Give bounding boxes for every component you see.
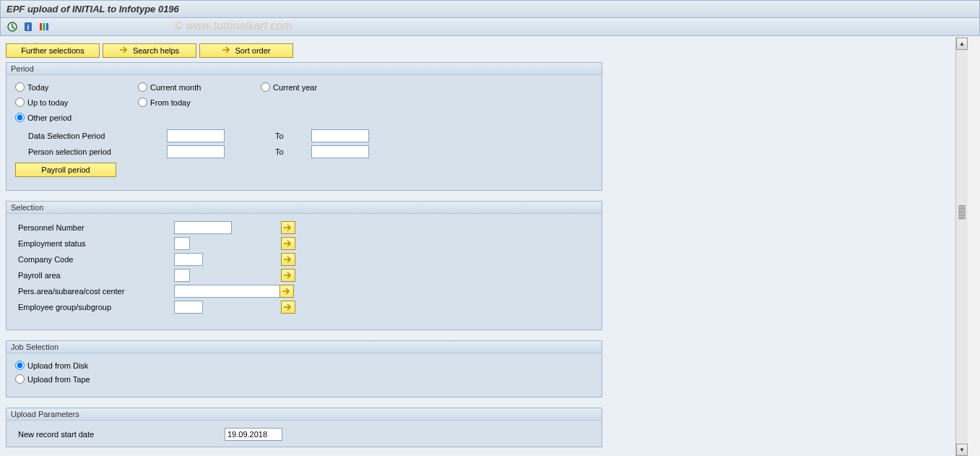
- to-label-2: To: [275, 147, 311, 156]
- pers-area-label: Pers.area/subarea/cost center: [15, 287, 174, 296]
- radio-from-today[interactable]: From today: [138, 98, 261, 107]
- vertical-scrollbar[interactable]: ▲ ▼: [955, 38, 968, 456]
- info-icon[interactable]: i: [22, 21, 34, 33]
- new-record-start-date-label: New record start date: [15, 430, 225, 439]
- execute-icon[interactable]: [6, 21, 18, 33]
- radio-other-period[interactable]: Other period: [15, 113, 138, 122]
- pers-area-input[interactable]: [174, 285, 290, 298]
- page-title: EPF upload of INITIAL to Infotype 0196: [6, 4, 179, 14]
- employee-group-input[interactable]: [174, 301, 203, 314]
- employee-group-multi-button[interactable]: [281, 301, 295, 314]
- data-selection-to-input[interactable]: [311, 129, 369, 142]
- payroll-area-label: Payroll area: [15, 271, 174, 280]
- company-code-label: Company Code: [15, 255, 174, 264]
- arrow-right-icon: [222, 46, 231, 55]
- payroll-area-input[interactable]: [174, 269, 190, 282]
- content-area: Further selections Search helps Sort ord…: [0, 38, 955, 456]
- svg-rect-4: [43, 23, 45, 30]
- svg-text:i: i: [27, 23, 30, 31]
- employment-status-multi-button[interactable]: [281, 237, 295, 250]
- period-panel: Period Today Current month Current year …: [6, 62, 602, 191]
- employee-group-label: Employee group/subgroup: [15, 303, 174, 311]
- personnel-number-multi-button[interactable]: [281, 221, 295, 234]
- job-selection-panel-title: Job Selection: [6, 341, 602, 353]
- payroll-period-button[interactable]: Payroll period: [15, 163, 116, 177]
- scroll-up-button[interactable]: ▲: [956, 38, 968, 50]
- radio-up-to-today[interactable]: Up to today: [15, 98, 138, 107]
- person-selection-from-input[interactable]: [167, 145, 225, 158]
- radio-today[interactable]: Today: [15, 82, 138, 92]
- company-code-multi-button[interactable]: [281, 253, 295, 266]
- radio-upload-tape[interactable]: Upload from Tape: [15, 374, 593, 384]
- personnel-number-input[interactable]: [174, 221, 232, 234]
- selection-panel: Selection Personnel Number Employment st…: [6, 201, 602, 330]
- svg-rect-5: [46, 23, 48, 30]
- sort-order-button[interactable]: Sort order: [199, 43, 293, 58]
- arrow-right-icon: [120, 46, 129, 55]
- data-selection-period-label: Data Selection Period: [15, 132, 167, 140]
- selection-panel-title: Selection: [6, 202, 602, 214]
- radio-current-year[interactable]: Current year: [261, 82, 383, 92]
- watermark: © www.tutorialkart.com: [174, 20, 292, 33]
- svg-rect-3: [40, 23, 42, 30]
- person-selection-to-input[interactable]: [311, 145, 369, 158]
- company-code-input[interactable]: [174, 253, 203, 266]
- scroll-down-button[interactable]: ▼: [956, 444, 968, 456]
- radio-current-month[interactable]: Current month: [138, 82, 261, 92]
- employment-status-label: Employment status: [15, 239, 174, 248]
- radio-upload-disk[interactable]: Upload from Disk: [15, 361, 593, 370]
- upload-parameters-panel-title: Upload Parameters: [6, 408, 602, 421]
- to-label-1: To: [275, 132, 311, 140]
- upload-parameters-panel: Upload Parameters New record start date: [6, 408, 602, 447]
- employment-status-input[interactable]: [174, 237, 190, 250]
- scrollbar-grip[interactable]: [958, 205, 966, 220]
- variants-icon[interactable]: [38, 21, 50, 33]
- further-selections-button[interactable]: Further selections: [6, 43, 100, 58]
- job-selection-panel: Job Selection Upload from Disk Upload fr…: [6, 340, 602, 397]
- toolbar: i © www.tutorialkart.com: [0, 18, 980, 36]
- personnel-number-label: Personnel Number: [15, 223, 174, 232]
- search-helps-button[interactable]: Search helps: [103, 43, 196, 58]
- person-selection-period-label: Person selection period: [15, 147, 167, 156]
- payroll-area-multi-button[interactable]: [281, 269, 295, 282]
- page-title-bar: EPF upload of INITIAL to Infotype 0196: [0, 0, 980, 18]
- new-record-start-date-input[interactable]: [225, 428, 282, 441]
- pers-area-multi-button[interactable]: [279, 285, 294, 298]
- period-panel-title: Period: [6, 63, 602, 75]
- data-selection-from-input[interactable]: [167, 129, 225, 142]
